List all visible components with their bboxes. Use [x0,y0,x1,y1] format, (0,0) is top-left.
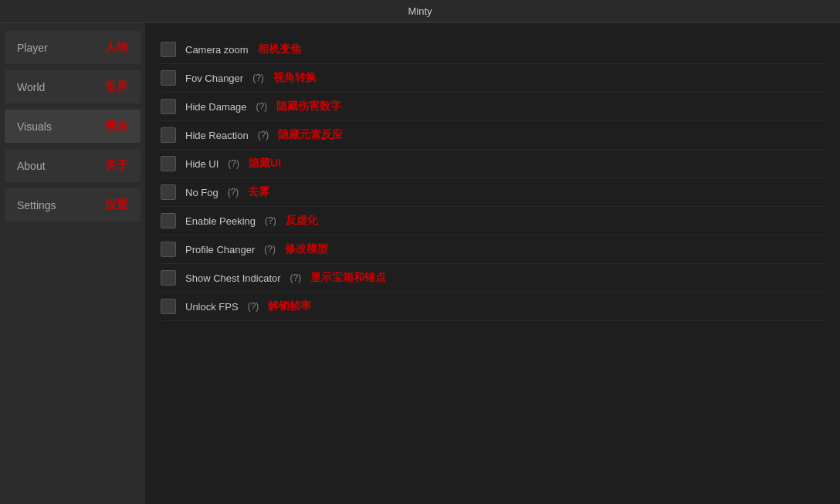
feature-row-no-fog: No Fog(?)去雾 [161,178,825,207]
sidebar-label-en-player: Player [17,42,48,54]
feature-hint-fov-changer: (?) [252,73,264,83]
sidebar-label-zh-world: 世界 [105,79,128,94]
feature-row-profile-changer: Profile Changer(?)修改模型 [161,235,825,264]
feature-row-enable-peeking: Enable Peeking(?)反虚化 [161,207,825,235]
feature-label-en-unlock-fps: Unlock FPS [185,301,239,313]
sidebar-label-zh-player: 人物 [105,40,128,55]
feature-row-camera-zoom: Camera zoom相机变焦 [161,36,825,64]
feature-hint-show-chest-indicator: (?) [290,272,302,283]
sidebar-item-about[interactable]: About 关于 [5,149,141,182]
sidebar-item-player[interactable]: Player 人物 [5,31,141,64]
feature-row-hide-reaction: Hide Reaction(?)隐藏元素反应 [161,121,825,150]
feature-label-en-profile-changer: Profile Changer [185,244,255,255]
toggle-fov-changer[interactable] [161,70,176,86]
feature-label-en-no-fog: No Fog [185,187,218,198]
toggle-show-chest-indicator[interactable] [161,270,176,286]
toggle-unlock-fps[interactable] [161,299,176,314]
feature-hint-unlock-fps: (?) [248,301,259,312]
feature-row-unlock-fps: Unlock FPS(?)解锁帧率 [161,293,825,321]
feature-row-fov-changer: Fov Changer(?)视角转换 [161,64,825,93]
feature-label-zh-hide-reaction: 隐藏元素反应 [278,128,343,142]
sidebar-label-zh-about: 关于 [105,158,128,173]
feature-label-en-hide-ui: Hide UI [185,158,218,170]
feature-hint-profile-changer: (?) [264,244,276,255]
feature-label-en-hide-reaction: Hide Reaction [185,130,249,141]
feature-row-hide-ui: Hide UI(?)隐藏UI [161,150,825,178]
feature-hint-enable-peeking: (?) [265,215,276,226]
feature-label-zh-enable-peeking: 反虚化 [286,214,318,228]
feature-label-zh-camera-zoom: 相机变焦 [258,42,301,56]
feature-label-zh-no-fog: 去雾 [248,185,269,199]
toggle-profile-changer[interactable] [161,242,176,257]
feature-label-en-enable-peeking: Enable Peeking [185,215,256,227]
sidebar-item-world[interactable]: World 世界 [5,70,141,103]
feature-hint-no-fog: (?) [228,187,239,198]
sidebar-label-en-settings: Settings [17,199,56,211]
feature-label-zh-unlock-fps: 解锁帧率 [268,299,311,313]
sidebar-label-en-about: About [17,160,46,172]
sidebar-label-en-world: World [17,81,45,93]
toggle-no-fog[interactable] [161,184,176,200]
main-layout: Player 人物 World 世界 Visuals 视角 About 关于 S… [0,23,840,504]
feature-label-en-fov-changer: Fov Changer [185,73,243,84]
toggle-hide-reaction[interactable] [161,127,176,143]
feature-label-en-hide-damage: Hide Damage [185,101,247,113]
content-area: Camera zoom相机变焦Fov Changer(?)视角转换Hide Da… [145,23,840,504]
sidebar-item-settings[interactable]: Settings 设置 [5,188,141,222]
feature-label-zh-show-chest-indicator: 显示宝箱和锚点 [310,271,386,285]
feature-label-zh-hide-ui: 隐藏UI [249,157,281,171]
toggle-hide-ui[interactable] [161,156,176,171]
sidebar: Player 人物 World 世界 Visuals 视角 About 关于 S… [0,23,145,504]
feature-row-show-chest-indicator: Show Chest Indicator(?)显示宝箱和锚点 [161,264,825,293]
toggle-enable-peeking[interactable] [161,213,176,228]
feature-row-hide-damage: Hide Damage(?)隐藏伤害数字 [161,93,825,121]
title-bar: Minty [0,0,840,23]
sidebar-item-visuals[interactable]: Visuals 视角 [5,110,141,143]
feature-hint-hide-ui: (?) [228,158,239,169]
feature-hint-hide-damage: (?) [256,101,268,112]
feature-hint-hide-reaction: (?) [258,130,269,140]
feature-label-en-camera-zoom: Camera zoom [185,44,249,56]
feature-label-en-show-chest-indicator: Show Chest Indicator [185,272,281,284]
sidebar-label-en-visuals: Visuals [17,120,52,133]
feature-label-zh-fov-changer: 视角转换 [273,71,317,85]
feature-label-zh-profile-changer: 修改模型 [285,242,328,256]
toggle-hide-damage[interactable] [161,99,176,114]
app-title: Minty [408,5,432,17]
sidebar-label-zh-settings: 设置 [105,198,128,212]
toggle-camera-zoom[interactable] [161,42,176,57]
sidebar-label-zh-visuals: 视角 [105,119,128,134]
feature-label-zh-hide-damage: 隐藏伤害数字 [276,100,341,113]
